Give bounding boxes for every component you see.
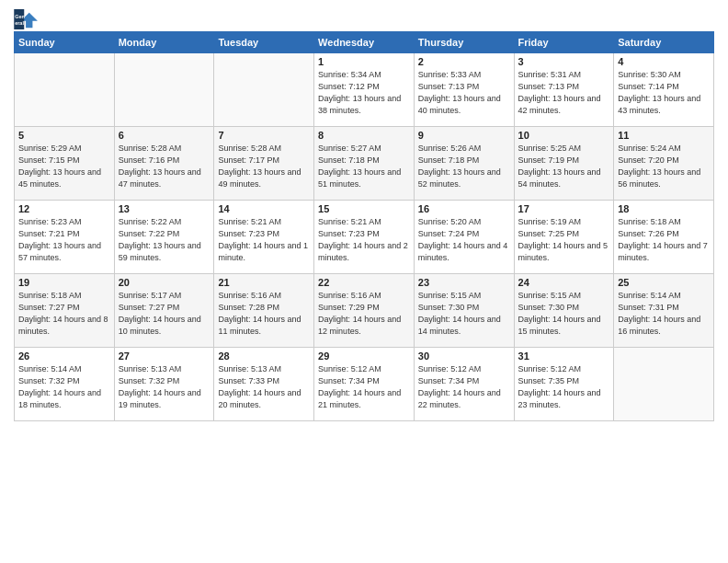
day-info: Sunrise: 5:18 AMSunset: 7:26 PMDaylight:… [618,216,710,264]
day-info: Sunrise: 5:24 AMSunset: 7:20 PMDaylight:… [618,143,710,190]
day-number: 26 [18,350,110,362]
day-number: 17 [518,203,610,214]
day-number: 7 [218,130,310,141]
day-number: 29 [318,350,410,362]
day-number: 12 [18,203,110,214]
calendar-cell: 19Sunrise: 5:18 AMSunset: 7:27 PMDayligh… [15,274,115,348]
day-number: 25 [618,277,710,288]
weekday-header-wednesday: Wednesday [314,32,415,53]
calendar-cell [114,53,214,127]
day-number: 27 [119,350,210,362]
day-info: Sunrise: 5:29 AMSunset: 7:15 PMDaylight:… [18,143,110,190]
day-info: Sunrise: 5:28 AMSunset: 7:16 PMDaylight:… [119,143,210,190]
day-number: 22 [318,277,410,288]
day-number: 10 [518,130,610,141]
day-info: Sunrise: 5:31 AMSunset: 7:13 PMDaylight:… [518,69,610,117]
day-info: Sunrise: 5:33 AMSunset: 7:13 PMDaylight:… [418,69,510,117]
calendar-cell: 2Sunrise: 5:33 AMSunset: 7:13 PMDaylight… [414,53,514,127]
weekday-header-sunday: Sunday [15,32,115,53]
day-number: 31 [518,350,610,362]
calendar-cell: 11Sunrise: 5:24 AMSunset: 7:20 PMDayligh… [614,127,714,201]
day-info: Sunrise: 5:25 AMSunset: 7:19 PMDaylight:… [518,143,610,190]
calendar-cell: 18Sunrise: 5:18 AMSunset: 7:26 PMDayligh… [614,201,714,274]
calendar-cell: 15Sunrise: 5:21 AMSunset: 7:23 PMDayligh… [314,201,415,274]
day-info: Sunrise: 5:28 AMSunset: 7:17 PMDaylight:… [218,143,310,190]
day-number: 4 [618,56,710,67]
day-number: 19 [18,277,110,288]
day-info: Sunrise: 5:17 AMSunset: 7:27 PMDaylight:… [119,290,210,338]
day-info: Sunrise: 5:21 AMSunset: 7:23 PMDaylight:… [318,216,410,264]
calendar-cell [15,53,115,127]
day-number: 23 [418,277,510,288]
calendar-cell: 4Sunrise: 5:30 AMSunset: 7:14 PMDaylight… [614,53,714,127]
day-info: Sunrise: 5:14 AMSunset: 7:31 PMDaylight:… [618,290,710,338]
day-info: Sunrise: 5:15 AMSunset: 7:30 PMDaylight:… [518,290,610,338]
day-number: 2 [418,56,510,67]
day-number: 15 [318,203,410,214]
day-number: 14 [218,203,310,214]
calendar-cell: 16Sunrise: 5:20 AMSunset: 7:24 PMDayligh… [414,201,514,274]
day-info: Sunrise: 5:12 AMSunset: 7:34 PMDaylight:… [418,363,510,411]
day-info: Sunrise: 5:26 AMSunset: 7:18 PMDaylight:… [418,143,510,190]
calendar-cell: 20Sunrise: 5:17 AMSunset: 7:27 PMDayligh… [114,274,214,348]
day-number: 3 [518,56,610,67]
day-number: 24 [518,277,610,288]
calendar-cell: 31Sunrise: 5:12 AMSunset: 7:35 PMDayligh… [514,348,614,421]
weekday-header-tuesday: Tuesday [214,32,314,53]
calendar-cell: 10Sunrise: 5:25 AMSunset: 7:19 PMDayligh… [514,127,614,201]
weekday-header-friday: Friday [514,32,614,53]
day-number: 11 [618,130,710,141]
calendar-cell: 17Sunrise: 5:19 AMSunset: 7:25 PMDayligh… [514,201,614,274]
day-info: Sunrise: 5:14 AMSunset: 7:32 PMDaylight:… [18,363,110,411]
calendar-cell: 22Sunrise: 5:16 AMSunset: 7:29 PMDayligh… [314,274,415,348]
day-info: Sunrise: 5:18 AMSunset: 7:27 PMDaylight:… [18,290,110,338]
calendar-cell: 13Sunrise: 5:22 AMSunset: 7:22 PMDayligh… [114,201,214,274]
day-info: Sunrise: 5:22 AMSunset: 7:22 PMDaylight:… [119,216,210,264]
weekday-header-monday: Monday [114,32,214,53]
calendar-cell: 24Sunrise: 5:15 AMSunset: 7:30 PMDayligh… [514,274,614,348]
day-info: Sunrise: 5:13 AMSunset: 7:33 PMDaylight:… [218,363,310,411]
weekday-row: SundayMondayTuesdayWednesdayThursdayFrid… [15,32,714,53]
day-info: Sunrise: 5:23 AMSunset: 7:21 PMDaylight:… [18,216,110,264]
calendar-week-2: 5Sunrise: 5:29 AMSunset: 7:15 PMDaylight… [15,127,714,201]
calendar-cell: 1Sunrise: 5:34 AMSunset: 7:12 PMDaylight… [314,53,415,127]
calendar-cell [614,348,714,421]
svg-text:eral: eral [15,20,24,26]
calendar-cell: 28Sunrise: 5:13 AMSunset: 7:33 PMDayligh… [214,348,314,421]
day-info: Sunrise: 5:21 AMSunset: 7:23 PMDaylight:… [218,216,310,264]
day-number: 5 [18,130,110,141]
calendar-cell: 30Sunrise: 5:12 AMSunset: 7:34 PMDayligh… [414,348,514,421]
day-info: Sunrise: 5:15 AMSunset: 7:30 PMDaylight:… [418,290,510,338]
day-info: Sunrise: 5:16 AMSunset: 7:29 PMDaylight:… [318,290,410,338]
day-number: 6 [119,130,210,141]
day-info: Sunrise: 5:16 AMSunset: 7:28 PMDaylight:… [218,290,310,338]
logo: Gen eral [14,9,43,29]
day-number: 1 [318,56,410,67]
day-number: 20 [119,277,210,288]
calendar-cell [214,53,314,127]
weekday-header-saturday: Saturday [614,32,714,53]
day-number: 16 [418,203,510,214]
day-number: 30 [418,350,510,362]
calendar-cell: 5Sunrise: 5:29 AMSunset: 7:15 PMDaylight… [15,127,115,201]
calendar-week-5: 26Sunrise: 5:14 AMSunset: 7:32 PMDayligh… [15,348,714,421]
day-number: 28 [218,350,310,362]
day-info: Sunrise: 5:12 AMSunset: 7:35 PMDaylight:… [518,363,610,411]
day-info: Sunrise: 5:13 AMSunset: 7:32 PMDaylight:… [119,363,210,411]
calendar-body: 1Sunrise: 5:34 AMSunset: 7:12 PMDaylight… [15,53,714,421]
logo-icon: Gen eral [14,9,40,29]
calendar-cell: 6Sunrise: 5:28 AMSunset: 7:16 PMDaylight… [114,127,214,201]
day-info: Sunrise: 5:20 AMSunset: 7:24 PMDaylight:… [418,216,510,264]
header: Gen eral [14,9,714,29]
calendar-cell: 9Sunrise: 5:26 AMSunset: 7:18 PMDaylight… [414,127,514,201]
day-number: 21 [218,277,310,288]
day-info: Sunrise: 5:12 AMSunset: 7:34 PMDaylight:… [318,363,410,411]
calendar-cell: 7Sunrise: 5:28 AMSunset: 7:17 PMDaylight… [214,127,314,201]
day-info: Sunrise: 5:27 AMSunset: 7:18 PMDaylight:… [318,143,410,190]
day-number: 8 [318,130,410,141]
calendar-week-4: 19Sunrise: 5:18 AMSunset: 7:27 PMDayligh… [15,274,714,348]
calendar-cell: 21Sunrise: 5:16 AMSunset: 7:28 PMDayligh… [214,274,314,348]
calendar-cell: 29Sunrise: 5:12 AMSunset: 7:34 PMDayligh… [314,348,415,421]
calendar-week-3: 12Sunrise: 5:23 AMSunset: 7:21 PMDayligh… [15,201,714,274]
calendar-cell: 12Sunrise: 5:23 AMSunset: 7:21 PMDayligh… [15,201,115,274]
